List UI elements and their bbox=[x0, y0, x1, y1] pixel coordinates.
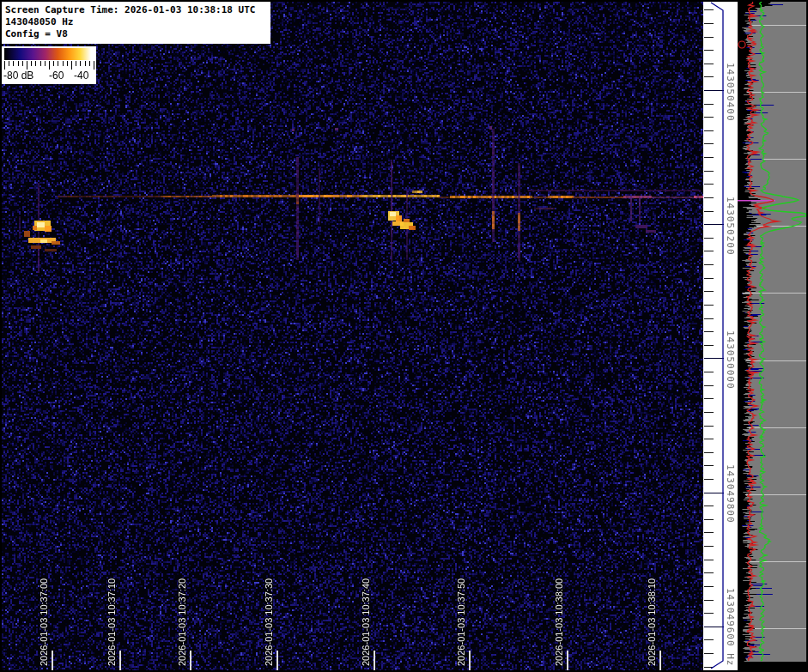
time-axis-tick bbox=[469, 651, 471, 670]
time-axis-label: 2026-01-03 10:37:00 bbox=[38, 578, 50, 666]
spectrum-side-panel bbox=[738, 2, 806, 670]
tuned-frequency-text: 143048050 Hz bbox=[5, 16, 270, 28]
time-axis-label: 2026-01-03 10:37:10 bbox=[106, 578, 118, 666]
freq-axis-label: 143050000 bbox=[724, 318, 736, 401]
colorbar-label-max: -40 bbox=[74, 70, 88, 82]
colorbar-gradient bbox=[4, 48, 94, 60]
time-axis-label: 2026-01-03 10:38:10 bbox=[646, 578, 658, 666]
freq-axis-label: 143050200 bbox=[724, 185, 736, 267]
freq-axis-label: 143049600 Hz bbox=[724, 586, 736, 669]
capture-info-panel: Screen Capture Time: 2026-01-03 10:38:18… bbox=[2, 2, 270, 44]
screen-capture-window: Screen Capture Time: 2026-01-03 10:38:18… bbox=[0, 0, 808, 672]
colorbar-legend: -80 dB -60 -40 bbox=[2, 46, 96, 84]
time-axis-tick bbox=[276, 651, 278, 670]
time-axis-tick bbox=[659, 651, 661, 670]
time-axis-label: 2026-01-03 10:37:30 bbox=[263, 578, 275, 666]
time-axis-tick bbox=[52, 651, 53, 670]
colorbar-label-min: -80 dB bbox=[3, 70, 33, 82]
waterfall-spectrogram bbox=[2, 2, 703, 670]
time-axis-label: 2026-01-03 10:37:40 bbox=[360, 578, 372, 666]
freq-axis-label: 143049800 bbox=[724, 452, 736, 535]
time-axis-label: 2026-01-03 10:37:50 bbox=[455, 578, 467, 666]
time-axis-tick bbox=[567, 651, 568, 670]
colorbar-label-mid: -60 bbox=[49, 70, 64, 82]
config-text: Config = V8 bbox=[5, 28, 270, 40]
capture-time-text: Screen Capture Time: 2026-01-03 10:38:18… bbox=[5, 4, 270, 16]
time-axis-label: 2026-01-03 10:38:00 bbox=[553, 578, 565, 666]
colorbar-major-ticks bbox=[4, 61, 94, 70]
freq-axis-label: 143050400 bbox=[724, 51, 736, 133]
time-axis-tick bbox=[374, 651, 375, 670]
time-axis-tick bbox=[190, 651, 191, 670]
time-axis-label: 2026-01-03 10:37:20 bbox=[176, 578, 188, 666]
time-axis-tick bbox=[119, 651, 121, 670]
